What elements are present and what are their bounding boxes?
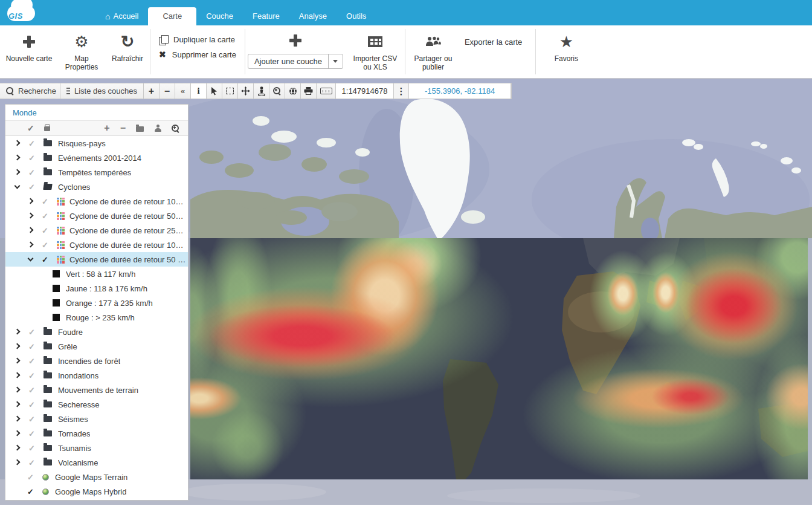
tree-item-seismes[interactable]: ✓ Séismes — [5, 412, 188, 426]
add-layer-dropdown[interactable]: Ajouter une couche — [248, 54, 343, 69]
map-viewport[interactable]: Recherche Liste des couches + − « i — [0, 79, 812, 505]
chevron-right-icon[interactable] — [27, 198, 33, 204]
tree-item-cyclone-layer[interactable]: ✓ Cyclone de durée de retour 50… — [5, 209, 188, 223]
chevron-down-icon[interactable] — [27, 256, 33, 262]
export-map-button[interactable]: Exporter la carte — [465, 25, 522, 78]
zoom-out-button[interactable]: − — [160, 83, 175, 99]
chevron-down-icon[interactable] — [14, 184, 20, 190]
visibility-check-icon[interactable]: ✓ — [28, 328, 35, 337]
chevron-right-icon[interactable] — [27, 227, 33, 233]
zoom-to-layer-button[interactable] — [172, 125, 179, 132]
tree-item-risques-pays[interactable]: ✓ Risques-pays — [5, 136, 188, 151]
zoom-area-tool-button[interactable] — [269, 83, 285, 99]
visibility-check-icon[interactable]: ✓ — [42, 241, 48, 250]
app-logo[interactable]: GIS — [5, 2, 39, 25]
tree-item-secheresse[interactable]: ✓ Secheresse — [5, 397, 188, 412]
map-title[interactable]: Monde — [5, 105, 188, 121]
visibility-check-icon[interactable]: ✓ — [28, 458, 35, 467]
layer-list-button[interactable]: Liste des couches — [60, 83, 144, 99]
info-tool-button[interactable]: i — [191, 83, 207, 99]
chevron-right-icon[interactable] — [14, 459, 20, 465]
pointer-tool-button[interactable] — [207, 83, 222, 99]
visibility-check-icon[interactable]: ✓ — [28, 444, 35, 453]
chevron-right-icon[interactable] — [14, 358, 20, 364]
visibility-check-icon[interactable]: ✓ — [28, 183, 35, 192]
visibility-check-icon[interactable]: ✓ — [28, 415, 35, 424]
tree-item-tempetes[interactable]: ✓ Tempêtes tempérées — [5, 165, 188, 180]
visibility-check-icon[interactable]: ✓ — [28, 342, 35, 351]
tree-item-cyclones[interactable]: ✓ Cyclones — [5, 180, 188, 194]
tree-item-mouvements[interactable]: ✓ Mouvements de terrain — [5, 383, 188, 397]
tree-item-tsunamis[interactable]: ✓ Tsunamis — [5, 441, 188, 455]
nav-feature[interactable]: Feature — [243, 7, 289, 25]
remove-layer-icon-button[interactable]: − — [120, 123, 126, 133]
visibility-check-icon[interactable]: ✓ — [42, 255, 48, 264]
tree-item-foudre[interactable]: ✓ Foudre — [5, 325, 188, 339]
tree-item-tornades[interactable]: ✓ Tornades — [5, 426, 188, 441]
tree-item-google-hybrid[interactable]: ✓ Google Maps Hybrid — [5, 484, 188, 499]
tree-item-cyclone-layer[interactable]: ✓ Cyclone de durée de retour 25… — [5, 223, 188, 238]
visibility-check-icon[interactable]: ✓ — [28, 168, 35, 177]
chevron-right-icon[interactable] — [27, 242, 33, 248]
chevron-right-icon[interactable] — [14, 372, 20, 378]
visibility-check-icon[interactable]: ✓ — [28, 429, 35, 438]
street-view-tool-button[interactable] — [254, 83, 269, 99]
visibility-check-icon[interactable]: ✓ — [28, 357, 35, 366]
refresh-button[interactable]: ↻ Rafraîchir — [105, 25, 150, 78]
nav-outils[interactable]: Outils — [337, 7, 376, 25]
pan-tool-button[interactable] — [238, 83, 254, 99]
chevron-right-icon[interactable] — [14, 445, 20, 451]
chevron-right-icon[interactable] — [14, 416, 20, 422]
lock-icon[interactable] — [44, 126, 50, 131]
add-layer-icon-button[interactable]: + — [104, 123, 109, 133]
chevron-right-icon[interactable] — [14, 140, 20, 146]
print-button[interactable] — [301, 83, 317, 99]
chevron-right-icon[interactable] — [14, 387, 20, 393]
tree-item-evenements[interactable]: ✓ Evénements 2001-2014 — [5, 151, 188, 165]
measure-tool-button[interactable] — [317, 83, 336, 99]
tree-item-volcanisme[interactable]: ✓ Volcanisme — [5, 455, 188, 470]
chevron-right-icon[interactable] — [14, 169, 20, 175]
check-all-button[interactable]: ✓ — [27, 124, 34, 132]
chevron-right-icon[interactable] — [14, 155, 20, 161]
duplicate-map-button[interactable]: Dupliquer la carte — [159, 35, 236, 44]
visibility-check-icon[interactable]: ✓ — [28, 154, 35, 163]
import-csv-button[interactable]: Importer CSV ou XLS — [346, 25, 405, 78]
chevron-right-icon[interactable] — [27, 213, 33, 219]
visibility-check-icon[interactable]: ✓ — [42, 226, 48, 235]
map-properties-button[interactable]: ⚙ Map Properties — [58, 25, 105, 78]
visibility-check-icon[interactable]: ✓ — [28, 386, 35, 395]
visibility-check-icon[interactable]: ✓ — [27, 487, 34, 496]
tree-item-grele[interactable]: ✓ Grêle — [5, 339, 188, 354]
full-extent-button[interactable] — [285, 83, 301, 99]
tree-item-cyclone-layer[interactable]: ✓ Cyclone de durée de retour 10… — [5, 238, 188, 252]
new-folder-button[interactable] — [136, 126, 144, 132]
collapse-toolbar-button[interactable]: « — [175, 83, 191, 99]
tree-item-google-terrain[interactable]: ✓ Google Maps Terrain — [5, 470, 188, 484]
tree-item-incendies[interactable]: ✓ Incendies de forêt — [5, 354, 188, 368]
nav-accueil[interactable]: ⌂ Accueil — [95, 7, 148, 25]
new-map-button[interactable]: Nouvelle carte — [0, 25, 58, 78]
chevron-right-icon[interactable] — [14, 430, 20, 436]
tree-item-cyclone-layer-selected[interactable]: ✓ Cyclone de durée de retour 50 … — [5, 252, 188, 267]
box-select-tool-button[interactable] — [222, 83, 238, 99]
nav-analyse[interactable]: Analyse — [289, 7, 337, 25]
chevron-right-icon[interactable] — [14, 401, 20, 407]
visibility-check-icon[interactable]: ✓ — [28, 400, 35, 409]
tree-item-cyclone-layer[interactable]: ✓ Cyclone de durée de retour 10… — [5, 194, 188, 209]
favorites-button[interactable]: ★ Favoris — [536, 25, 596, 78]
layer-permissions-button[interactable] — [154, 125, 161, 132]
visibility-check-icon[interactable]: ✓ — [27, 473, 34, 482]
visibility-check-icon[interactable]: ✓ — [28, 139, 35, 148]
nav-carte[interactable]: Carte — [148, 7, 196, 25]
delete-map-button[interactable]: ✖ Supprimer la carte — [159, 50, 236, 59]
visibility-check-icon[interactable]: ✓ — [42, 197, 48, 206]
nav-couche[interactable]: Couche — [196, 7, 243, 25]
chevron-right-icon[interactable] — [14, 329, 20, 335]
zoom-in-button[interactable]: + — [144, 83, 160, 99]
chevron-right-icon[interactable] — [14, 343, 20, 349]
tree-item-inondations[interactable]: ✓ Inondations — [5, 368, 188, 383]
visibility-check-icon[interactable]: ✓ — [42, 212, 48, 221]
share-publish-button[interactable]: Partager ou publier — [405, 25, 461, 78]
visibility-check-icon[interactable]: ✓ — [28, 371, 35, 380]
